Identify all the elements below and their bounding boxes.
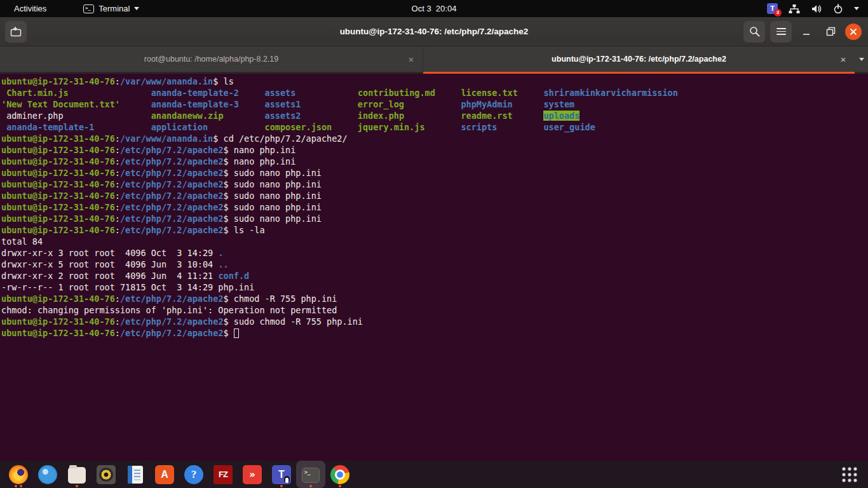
dock-item-help[interactable]: ? [179, 461, 208, 488]
red-arrows-app-icon: » [243, 465, 262, 484]
terminal-line: ubuntu@ip-172-31-40-76:/etc/php/7.2/apac… [1, 316, 868, 327]
rhythmbox-icon [97, 465, 116, 484]
terminal-cursor [234, 329, 239, 338]
running-indicator [4, 485, 33, 487]
restore-icon [826, 27, 836, 36]
menu-button[interactable] [770, 21, 792, 43]
tab-close-icon[interactable]: × [406, 54, 423, 65]
dock-item-thunderbird[interactable] [33, 461, 62, 488]
terminal-line: ubuntu@ip-172-31-40-76:/etc/php/7.2/apac… [1, 224, 868, 236]
window-title: ubuntu@ip-172-31-40-76: /etc/php/7.2/apa… [0, 27, 868, 36]
terminal-line: adminer.php anandaneww.zip assets2 index… [1, 110, 868, 121]
running-indicator [62, 485, 92, 487]
dock-item-ubuntu-software[interactable]: A [150, 461, 179, 488]
firefox-icon [9, 465, 28, 484]
terminal-line: total 84 [1, 236, 868, 247]
terminal-line: ubuntu@ip-172-31-40-76:/etc/php/7.2/apac… [1, 144, 868, 156]
dock-item-terminal[interactable]: >_ [296, 461, 325, 488]
terminal-line: chmod: changing permissions of 'php.ini'… [1, 304, 868, 316]
search-button[interactable] [743, 21, 765, 43]
terminal-line: ubuntu@ip-172-31-40-76:/etc/php/7.2/apac… [1, 213, 868, 224]
tab-label: root@ubuntu: /home/alpha/php-8.2.19 [0, 55, 406, 64]
filezilla-icon: FZ [214, 465, 233, 484]
dock-item-teams[interactable]: T [267, 461, 296, 488]
clock[interactable]: Oct 3 20:04 [0, 4, 868, 13]
terminal-output[interactable]: ubuntu@ip-172-31-40-76:/var/www/ananda.i… [0, 74, 868, 488]
desktop: Activities >_ Terminal Oct 3 20:04 T 3 [0, 0, 868, 488]
terminal-line: Chart.min.js ananda-template-2 assets co… [1, 87, 868, 98]
dock: A?FZ»T>_ [0, 461, 868, 488]
running-indicator [267, 485, 296, 487]
dock-item-red-arrows-app[interactable]: » [238, 461, 267, 488]
hamburger-icon [776, 28, 786, 35]
terminal-title-bar[interactable]: ubuntu@ip-172-31-40-76: /etc/php/7.2/apa… [0, 17, 868, 46]
dock-item-filezilla[interactable]: FZ [208, 461, 238, 488]
dock-item-rhythmbox[interactable] [92, 461, 121, 488]
terminal-line: drwxr-xr-x 2 root root 4096 Jun 4 11:21 … [1, 270, 868, 281]
chevron-down-icon [859, 58, 864, 61]
terminal-line: ubuntu@ip-172-31-40-76:/etc/php/7.2/apac… [1, 167, 868, 179]
ubuntu-software-icon: A [155, 465, 174, 484]
dock-item-files[interactable] [62, 461, 92, 488]
dock-item-libreoffice-writer[interactable] [121, 461, 150, 488]
tab-label: ubuntu@ip-172-31-40-76: /etc/php/7.2/apa… [423, 55, 838, 64]
terminal-line: ananda-template-1 application composer.j… [1, 121, 868, 133]
terminal-line: drwxr-xr-x 3 root root 4096 Oct 3 14:29 … [1, 247, 868, 259]
terminal-line: ubuntu@ip-172-31-40-76:/etc/php/7.2/apac… [1, 156, 868, 167]
terminal-line: ubuntu@ip-172-31-40-76:/etc/php/7.2/apac… [1, 293, 868, 304]
gnome-top-bar: Activities >_ Terminal Oct 3 20:04 T 3 [0, 0, 868, 17]
teams-icon: T [272, 465, 291, 484]
notification-badge: 3 [774, 9, 782, 17]
libreoffice-writer-icon [128, 466, 143, 484]
tab-list-button[interactable] [855, 46, 868, 74]
tab-close-icon[interactable]: × [838, 54, 855, 65]
terminal-line: ubuntu@ip-172-31-40-76:/etc/php/7.2/apac… [1, 179, 868, 190]
running-indicator [296, 485, 325, 487]
tab-ubuntu-apache2[interactable]: ubuntu@ip-172-31-40-76: /etc/php/7.2/apa… [423, 46, 855, 74]
tab-bar: root@ubuntu: /home/alpha/php-8.2.19 × ub… [0, 46, 868, 74]
tab-root-ubuntu[interactable]: root@ubuntu: /home/alpha/php-8.2.19 × [0, 46, 423, 74]
search-icon [749, 26, 760, 37]
terminal-line: ubuntu@ip-172-31-40-76:/var/www/ananda.i… [1, 76, 868, 87]
teams-tray-icon[interactable]: T 3 [767, 3, 778, 14]
files-icon [68, 467, 86, 484]
terminal-line: ubuntu@ip-172-31-40-76:/var/www/ananda.i… [1, 133, 868, 144]
close-button[interactable] [845, 24, 862, 40]
close-icon [850, 28, 857, 36]
thunderbird-icon [38, 465, 57, 484]
terminal-line: drwxr-xr-x 5 root root 4096 Jun 3 10:04 … [1, 259, 868, 270]
help-icon: ? [184, 465, 203, 484]
dock-item-chrome[interactable] [325, 461, 355, 488]
show-applications-icon [841, 466, 858, 483]
terminal-line: ubuntu@ip-172-31-40-76:/etc/php/7.2/apac… [1, 327, 868, 339]
chrome-icon [330, 465, 349, 484]
terminal-line: ubuntu@ip-172-31-40-76:/etc/php/7.2/apac… [1, 201, 868, 213]
terminal-icon: >_ [302, 468, 320, 483]
terminal-line: 'New Text Document.txt' ananda-template-… [1, 98, 868, 110]
minimize-icon [802, 27, 811, 36]
running-indicator [325, 485, 355, 487]
dock-item-firefox[interactable] [4, 461, 33, 488]
dock-item-show-applications[interactable] [835, 461, 864, 488]
terminal-line: -rw-r--r-- 1 root root 71815 Oct 3 14:29… [1, 281, 868, 293]
terminal-line: ubuntu@ip-172-31-40-76:/etc/php/7.2/apac… [1, 190, 868, 201]
minimize-button[interactable] [797, 22, 816, 41]
restore-button[interactable] [821, 22, 840, 41]
